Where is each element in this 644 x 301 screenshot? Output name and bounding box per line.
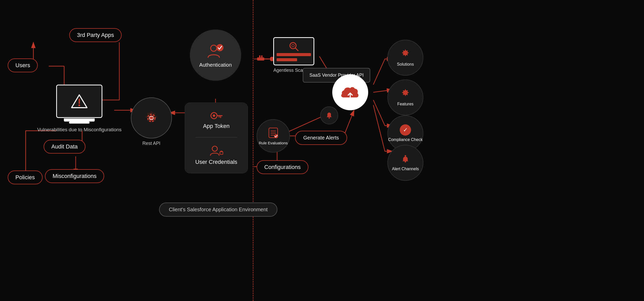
rule-evaluations-circle: Rule Evaluations [257,119,290,153]
app-token-card: App Token User Credentials [185,103,248,173]
client-label-node: Client's Salesforce Application Environm… [159,203,277,217]
client-label-text: Client's Salesforce Application Environm… [159,203,277,217]
rule-evaluations-label: Rule Evaluations [259,141,288,146]
rest-api-circle [131,97,172,138]
user-credentials-label: User Credentials [195,159,237,165]
compliance-check-label: Compliance Check [388,137,423,143]
scan-progress-partial [277,58,297,61]
third-party-apps-node: 3rd Party Apps [69,28,122,42]
svg-point-26 [213,114,215,117]
alert-channels-circle: Alert Channels [387,145,423,181]
alert-bell-icon [401,154,410,165]
features-label: Features [397,102,413,106]
alert-channels-label: Alert Channels [392,166,419,171]
alert-channels-node: Alert Channels [387,145,423,181]
svg-rect-34 [261,55,262,57]
features-node: Features [387,79,423,115]
users-node: Users [8,58,38,72]
third-party-apps-label: 3rd Party Apps [69,28,122,42]
bell-circle [320,106,338,124]
authentication-circle: Authentication [190,29,241,81]
diagram-container: 3rd Party Apps Users Vulnerabilities due… [0,0,644,301]
card-body: App Token User Credentials [185,103,248,173]
svg-rect-32 [257,57,264,61]
monitor-screen [56,85,102,118]
plug-connector [257,54,269,64]
checkmark-icon: ✓ [400,124,411,136]
svg-rect-31 [220,152,223,154]
user-credentials-item: User Credentials [195,145,237,165]
scan-screen [273,37,314,65]
monitor-stand [64,118,95,122]
rest-api-label: Rest API [142,141,160,146]
bell-notification-node [320,106,338,124]
app-token-item: App Token [203,111,230,129]
gear-icon [400,48,411,61]
policies-node: Policies [8,170,43,184]
cloud-platform-node [332,74,368,110]
configurations-node: Configurations [257,160,308,174]
authentication-node: Authentication [190,29,241,81]
vulnerabilities-node: Vulnerabilities due to Misconfigurations [37,85,122,133]
generate-alerts-label: Generate Alerts [295,131,347,145]
svg-point-48 [405,161,406,163]
svg-point-30 [212,146,217,151]
svg-point-47 [405,155,406,157]
authentication-label: Authentication [199,62,232,68]
divider [253,0,253,301]
audit-data-node: Audit Data [44,140,85,154]
generate-alerts-node: Generate Alerts [295,131,347,145]
svg-line-37 [295,48,298,51]
solutions-label: Solutions [397,62,414,67]
svg-point-39 [329,117,330,119]
audit-data-label: Audit Data [44,140,85,154]
rule-evaluations-node: Rule Evaluations [257,119,290,153]
cloud-circle [332,74,368,110]
connections-layer [0,0,644,301]
svg-point-20 [79,105,80,106]
configurations-label: Configurations [257,160,308,174]
svg-point-23 [211,45,217,51]
policies-label: Policies [8,170,43,184]
vulnerabilities-label: Vulnerabilities due to Misconfigurations [37,127,122,133]
svg-point-38 [292,44,294,47]
users-label: Users [8,58,38,72]
features-gear-icon [400,88,411,101]
scan-progress-full [277,53,311,56]
features-circle: Features [387,79,423,115]
svg-point-24 [216,44,223,51]
solutions-circle: Solutions [387,40,423,76]
solutions-node: Solutions [387,40,423,76]
misconfigurations-label: Misconfigurations [45,169,104,183]
svg-rect-33 [259,55,260,57]
rest-api-node: Rest API [131,97,172,146]
monitor-base [69,122,90,124]
misconfigurations-node: Misconfigurations [45,169,104,183]
app-token-label: App Token [203,123,230,129]
